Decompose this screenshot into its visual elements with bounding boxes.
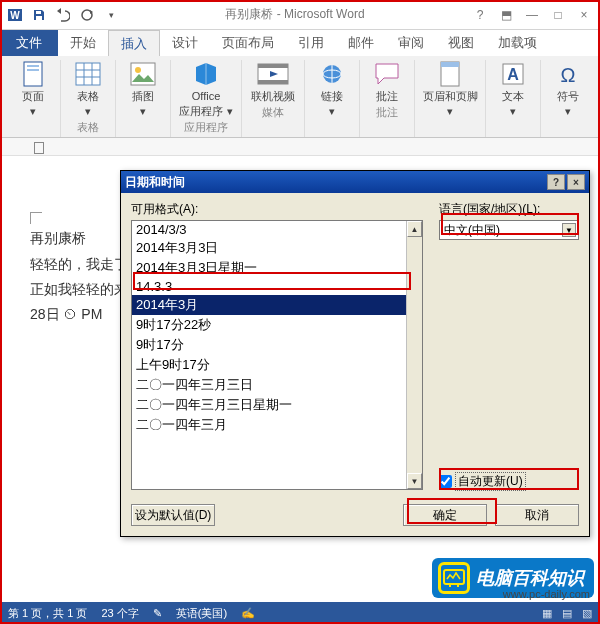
group-apps: Office 应用程序 ▾ 应用程序	[171, 60, 242, 137]
online-video-button[interactable]: 联机视频	[248, 60, 298, 103]
format-option[interactable]: 9时17分	[132, 335, 406, 355]
svg-text:A: A	[507, 66, 519, 83]
office-apps-button[interactable]: Office 应用程序 ▾	[177, 60, 235, 118]
date-time-dialog: 日期和时间 ? × 可用格式(A): 2014/3/32014年3月3日2014…	[120, 170, 590, 537]
print-layout-icon[interactable]: ▤	[562, 607, 572, 620]
format-option[interactable]: 9时17分22秒	[132, 315, 406, 335]
dialog-title: 日期和时间	[125, 174, 185, 191]
format-option[interactable]: 2014年3月3日星期一	[132, 258, 406, 278]
ok-button[interactable]: 确定	[403, 504, 487, 526]
group-headerfooter: 页眉和页脚▾	[415, 60, 486, 137]
qat-customize-icon[interactable]: ▾	[100, 4, 122, 26]
format-option[interactable]: 2014年3月3日	[132, 238, 406, 258]
header-footer-button[interactable]: 页眉和页脚▾	[421, 60, 479, 118]
proofing-icon[interactable]: ✎	[153, 607, 162, 620]
tab-file[interactable]: 文件	[0, 30, 58, 56]
dialog-close-icon[interactable]: ×	[567, 174, 585, 190]
language-label: 语言(国家/地区)(L):	[439, 201, 579, 218]
status-language[interactable]: 英语(美国)	[176, 606, 227, 621]
group-tables: 表格▾ 表格	[61, 60, 116, 137]
svg-rect-7	[27, 69, 39, 71]
group-text: A 文本▾	[486, 60, 541, 137]
tab-design[interactable]: 设计	[160, 30, 210, 56]
illustrations-button[interactable]: 插图▾	[122, 60, 164, 118]
ribbon-tabs: 文件 开始 插入 设计 页面布局 引用 邮件 审阅 视图 加载项	[0, 30, 600, 56]
group-media: 联机视频 媒体	[242, 60, 305, 137]
tab-review[interactable]: 审阅	[386, 30, 436, 56]
quick-access-toolbar: W ▾	[0, 4, 122, 26]
maximize-icon[interactable]: □	[546, 4, 570, 26]
dialog-title-bar[interactable]: 日期和时间 ? ×	[121, 171, 589, 193]
ruler	[0, 138, 600, 156]
chevron-down-icon[interactable]: ▼	[562, 223, 576, 237]
language-value: 中文(中国)	[444, 222, 500, 239]
svg-rect-6	[27, 65, 39, 67]
tab-mailings[interactable]: 邮件	[336, 30, 386, 56]
status-page[interactable]: 第 1 页，共 1 页	[8, 606, 87, 621]
tab-addins[interactable]: 加载项	[486, 30, 549, 56]
svg-rect-22	[441, 62, 459, 67]
set-default-button[interactable]: 设为默认值(D)	[131, 504, 215, 526]
read-mode-icon[interactable]: ▦	[542, 607, 552, 620]
tab-references[interactable]: 引用	[286, 30, 336, 56]
listbox-scrollbar[interactable]: ▲ ▼	[406, 221, 422, 489]
formats-listbox[interactable]: 2014/3/32014年3月3日2014年3月3日星期一14.3.32014年…	[131, 220, 423, 490]
format-option[interactable]: 二〇一四年三月三日星期一	[132, 395, 406, 415]
minimize-icon[interactable]: —	[520, 4, 544, 26]
comment-button[interactable]: 批注	[366, 60, 408, 103]
auto-update-input[interactable]	[439, 475, 452, 488]
tab-insert[interactable]: 插入	[108, 30, 160, 56]
redo-icon[interactable]	[76, 4, 98, 26]
auto-update-checkbox[interactable]: 自动更新(U)	[439, 473, 579, 490]
format-option[interactable]: 二〇一四年三月	[132, 415, 406, 435]
window-title: 再别康桥 - Microsoft Word	[122, 6, 468, 23]
dialog-help-icon[interactable]: ?	[547, 174, 565, 190]
brand-logo-icon	[438, 562, 470, 594]
scroll-up-icon[interactable]: ▲	[407, 221, 422, 237]
status-word-count[interactable]: 23 个字	[101, 606, 138, 621]
svg-rect-17	[258, 80, 288, 84]
web-layout-icon[interactable]: ▧	[582, 607, 592, 620]
track-changes-icon[interactable]: ✍	[241, 607, 255, 620]
group-illustrations: 插图▾	[116, 60, 171, 137]
svg-text:Ω: Ω	[561, 64, 576, 86]
group-links: 链接▾	[305, 60, 360, 137]
symbols-button[interactable]: Ω 符号▾	[547, 60, 589, 118]
language-select[interactable]: 中文(中国) ▼	[439, 220, 579, 240]
save-icon[interactable]	[28, 4, 50, 26]
page-corner	[30, 212, 42, 224]
scroll-down-icon[interactable]: ▼	[407, 473, 422, 489]
text-button[interactable]: A 文本▾	[492, 60, 534, 118]
svg-text:W: W	[10, 10, 20, 21]
help-icon[interactable]: ?	[468, 4, 492, 26]
svg-rect-16	[258, 64, 288, 68]
formats-label: 可用格式(A):	[131, 201, 423, 218]
ribbon-display-icon[interactable]: ⬒	[494, 4, 518, 26]
table-button[interactable]: 表格▾	[67, 60, 109, 118]
word-icon: W	[4, 4, 26, 26]
close-icon[interactable]: ×	[572, 4, 596, 26]
tab-home[interactable]: 开始	[58, 30, 108, 56]
links-button[interactable]: 链接▾	[311, 60, 353, 118]
cancel-button[interactable]: 取消	[495, 504, 579, 526]
format-option[interactable]: 二〇一四年三月三日	[132, 375, 406, 395]
svg-rect-3	[36, 16, 42, 20]
format-option[interactable]: 2014/3/3	[132, 221, 406, 238]
undo-icon[interactable]	[52, 4, 74, 26]
ribbon-body: 页面▾ 表格▾ 表格 插图▾ Office 应用程序 ▾	[0, 56, 600, 138]
status-bar: 第 1 页，共 1 页 23 个字 ✎ 英语(美国) ✍ ▦ ▤ ▧	[0, 602, 600, 624]
brand-url: www.pc-daily.com	[503, 588, 590, 600]
svg-rect-2	[36, 11, 41, 14]
format-option[interactable]: 2014年3月	[132, 295, 406, 315]
tab-layout[interactable]: 页面布局	[210, 30, 286, 56]
svg-point-14	[135, 67, 141, 73]
title-bar: W ▾ 再别康桥 - Microsoft Word ? ⬒ — □ ×	[0, 0, 600, 30]
group-comments: 批注 批注	[360, 60, 415, 137]
format-option[interactable]: 14.3.3	[132, 278, 406, 295]
brand-text: 电脑百科知识	[476, 566, 584, 590]
pages-button[interactable]: 页面▾	[12, 60, 54, 118]
format-option[interactable]: 上午9时17分	[132, 355, 406, 375]
svg-rect-8	[76, 63, 100, 85]
group-pages: 页面▾	[6, 60, 61, 137]
tab-view[interactable]: 视图	[436, 30, 486, 56]
